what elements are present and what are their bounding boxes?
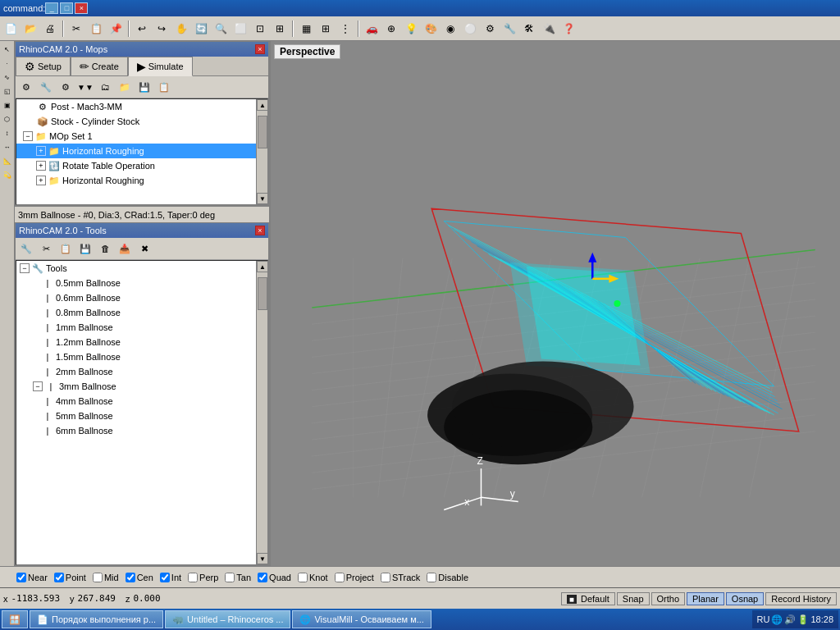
scroll-thumb[interactable]: [258, 116, 267, 148]
snap-knot[interactable]: Knot: [298, 573, 328, 582]
tool-tb-6[interactable]: 📥: [116, 240, 134, 258]
close-button[interactable]: ×: [75, 2, 88, 14]
surface-tool[interactable]: ◱: [1, 84, 14, 98]
snap-perp-checkbox[interactable]: [188, 573, 198, 582]
snap-quad-checkbox[interactable]: [258, 573, 267, 582]
snap-int-checkbox[interactable]: [160, 573, 170, 582]
zoom-button[interactable]: 🔍: [212, 20, 230, 38]
task-visualmill[interactable]: 🌐 VisualMill - Осваиваем м...: [292, 610, 431, 628]
expander-3mm[interactable]: −: [33, 381, 43, 391]
cut-button[interactable]: ✂: [67, 20, 85, 38]
minimize-button[interactable]: _: [45, 2, 58, 14]
tree-item-stock[interactable]: 📦 Stock - Cylinder Stock: [16, 114, 267, 129]
render-button[interactable]: ◉: [441, 20, 459, 38]
tool-item-6[interactable]: | 2mm Ballnose: [16, 364, 267, 379]
task-rhino[interactable]: 🦏 Untitled – Rhinoceros ...: [165, 610, 290, 628]
tool-item-0[interactable]: | 0.5mm Ballnose: [16, 276, 267, 290]
sphere-button[interactable]: ⚪: [461, 20, 479, 38]
snap-disable-checkbox[interactable]: [427, 573, 436, 582]
snap-project[interactable]: Project: [335, 573, 374, 582]
tool-tb-1[interactable]: 🔧: [17, 240, 35, 258]
tool-item-2[interactable]: | 0.8mm Ballnose: [16, 305, 267, 320]
mops-tb-8[interactable]: 📋: [155, 78, 173, 96]
mops-panel-close[interactable]: ×: [255, 44, 265, 54]
expander-rotate[interactable]: +: [36, 161, 46, 171]
mops-tb-3[interactable]: ⚙: [57, 78, 75, 96]
tools-button[interactable]: 🛠: [520, 20, 538, 38]
tools-scroll-thumb[interactable]: [258, 277, 267, 310]
tools-panel-close[interactable]: ×: [255, 226, 265, 235]
view-4-button[interactable]: ⊞: [317, 20, 335, 38]
tab-setup[interactable]: ⚙ Setup: [16, 57, 71, 75]
cam-button[interactable]: ⚙: [481, 20, 499, 38]
ortho-btn[interactable]: Ortho: [651, 592, 686, 605]
tools-scrollbar[interactable]: ▲ ▼: [256, 261, 267, 564]
mops-tree[interactable]: ⚙ Post - Mach3-MM 📦 Stock - Cylinder Sto…: [16, 98, 268, 205]
mops-tb-7[interactable]: 💾: [135, 78, 153, 96]
tool-item-3[interactable]: | 1mm Ballnose: [16, 320, 267, 335]
tools-scroll-up[interactable]: ▲: [257, 261, 268, 272]
tool-item-4[interactable]: | 1.2mm Ballnose: [16, 335, 267, 349]
light-button[interactable]: 💡: [402, 20, 420, 38]
dim-tool[interactable]: ↔: [1, 140, 14, 153]
undo-button[interactable]: ↩: [133, 20, 151, 38]
zoom-selected-button[interactable]: ⊞: [271, 20, 289, 38]
mops-tb-4[interactable]: ▼▼: [76, 78, 94, 96]
snap-btn[interactable]: Snap: [617, 592, 650, 605]
help-button[interactable]: ❓: [559, 20, 578, 38]
tree-item-mopset[interactable]: − 📁 MOp Set 1: [16, 129, 267, 144]
solid-tool[interactable]: ▣: [1, 98, 14, 112]
scroll-up[interactable]: ▲: [257, 99, 268, 111]
snap-int[interactable]: Int: [160, 573, 181, 582]
settings-button[interactable]: 🔧: [500, 20, 518, 38]
new-button[interactable]: 📄: [2, 20, 20, 38]
tool-tb-3[interactable]: 📋: [57, 240, 75, 258]
curve-tool[interactable]: ∿: [1, 71, 14, 84]
snap-strack[interactable]: STrack: [381, 573, 420, 582]
tool-item-1[interactable]: | 0.6mm Ballnose: [16, 290, 267, 305]
scroll-down[interactable]: ▼: [257, 193, 268, 204]
snap-tan-checkbox[interactable]: [225, 573, 235, 582]
snap-cen-checkbox[interactable]: [126, 573, 135, 582]
tab-create[interactable]: ✏ Create: [71, 57, 128, 75]
record-history-btn[interactable]: Record History: [765, 592, 837, 605]
snap-perp[interactable]: Perp: [188, 573, 218, 582]
material-button[interactable]: 🎨: [422, 20, 440, 38]
pan-button[interactable]: ✋: [172, 20, 190, 38]
tab-simulate[interactable]: ▶ Simulate: [128, 57, 193, 76]
default-btn[interactable]: ■ Default: [561, 592, 615, 605]
snap-point-checkbox[interactable]: [54, 573, 64, 582]
expander-hroughing1[interactable]: +: [36, 146, 46, 156]
tool-item-5[interactable]: | 1.5mm Ballnose: [16, 349, 267, 364]
tool-tb-5[interactable]: 🗑: [96, 240, 114, 258]
viewport-3d[interactable]: Perspective: [271, 41, 840, 566]
snap-near[interactable]: Near: [16, 573, 48, 582]
snap-point[interactable]: Point: [54, 573, 86, 582]
tools-scroll-down[interactable]: ▼: [257, 553, 268, 564]
copy-button[interactable]: 📋: [87, 20, 105, 38]
snap-cen[interactable]: Cen: [126, 573, 153, 582]
mesh-tool[interactable]: ⬡: [1, 112, 14, 126]
tree-item-hroughing1[interactable]: + 📁 Horizontal Roughing: [16, 144, 267, 158]
snap-strack-checkbox[interactable]: [381, 573, 390, 582]
mops-tb-1[interactable]: ⚙: [17, 78, 35, 96]
print-button[interactable]: 🖨: [41, 20, 59, 38]
analyze-tool[interactable]: 📐: [1, 154, 14, 167]
open-button[interactable]: 📂: [21, 20, 39, 38]
tool-tb-7[interactable]: ✖: [135, 240, 153, 258]
snap-mid-checkbox[interactable]: [93, 573, 103, 582]
mops-tb-6[interactable]: 📁: [116, 78, 134, 96]
task-pdf[interactable]: 📄 Порядок выполнения р...: [30, 610, 163, 628]
osnap-btn[interactable]: Osnap: [726, 592, 764, 605]
tool-tb-4[interactable]: 💾: [76, 240, 94, 258]
tool-item-10[interactable]: | 6mm Ballnose: [16, 423, 267, 438]
tree-item-rotate[interactable]: + 🔃 Rotate Table Operation: [16, 158, 267, 173]
object-snap-button[interactable]: ⊕: [382, 20, 400, 38]
mops-tb-5[interactable]: 🗂: [96, 78, 114, 96]
tool-item-9[interactable]: | 5mm Ballnose: [16, 409, 267, 423]
snap-project-checkbox[interactable]: [335, 573, 345, 582]
expander-hroughing2[interactable]: +: [36, 176, 46, 185]
snap-near-checkbox[interactable]: [16, 573, 26, 582]
snap-knot-checkbox[interactable]: [298, 573, 308, 582]
zoom-window-button[interactable]: ⬜: [231, 20, 249, 38]
